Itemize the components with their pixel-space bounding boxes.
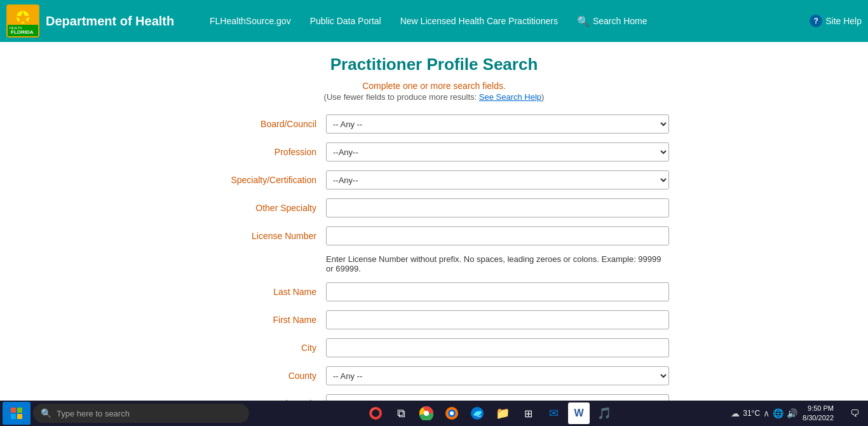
taskbar-email[interactable]: ✉ bbox=[543, 402, 564, 424]
last-name-row: Last Name bbox=[199, 282, 669, 301]
other-specialty-label: Other Specialty bbox=[199, 203, 326, 213]
first-name-input[interactable] bbox=[326, 310, 669, 329]
page-title: Practitioner Profile Search bbox=[199, 55, 669, 74]
nav-new-practitioners[interactable]: New Licensed Health Care Practitioners bbox=[400, 16, 558, 26]
county-label: County bbox=[199, 371, 326, 381]
license-number-row: License Number bbox=[199, 226, 669, 245]
taskbar: 🔍 Type here to search ⭕ ⧉ bbox=[0, 401, 868, 426]
specialty-select[interactable]: --Any-- bbox=[326, 170, 669, 189]
subtitle2-text: (Use fewer fields to produce more result… bbox=[324, 92, 479, 102]
taskbar-chrome[interactable] bbox=[416, 402, 437, 424]
date-display: 8/30/2022 bbox=[803, 413, 834, 423]
temp-display: 31°C bbox=[743, 409, 760, 418]
nav-search-home[interactable]: 🔍 Search Home bbox=[577, 15, 648, 27]
taskbar-word[interactable]: W bbox=[568, 402, 590, 424]
svg-point-12 bbox=[424, 411, 429, 416]
taskbar-app5[interactable]: ⊞ bbox=[517, 402, 539, 424]
subtitle2: (Use fewer fields to produce more result… bbox=[199, 92, 669, 102]
license-number-label: License Number bbox=[199, 231, 326, 241]
taskbar-taskview[interactable]: ⧉ bbox=[390, 402, 412, 424]
header: FLORIDA HEALTH Department of Health FLHe… bbox=[0, 0, 868, 42]
city-row: City bbox=[199, 338, 669, 357]
profession-label: Profession bbox=[199, 147, 326, 157]
nav-flhealthsource[interactable]: FLHealthSource.gov bbox=[210, 16, 291, 26]
taskbar-sys-icons: ☁ 31°C ∧ 🌐 🔊 bbox=[731, 408, 797, 418]
taskbar-app8[interactable]: 🎵 bbox=[593, 402, 615, 424]
nav-links: FLHealthSource.gov Public Data Portal Ne… bbox=[210, 15, 862, 27]
search-home-label: Search Home bbox=[593, 16, 648, 26]
license-note: Enter License Number without prefix. No … bbox=[326, 254, 669, 273]
other-specialty-input[interactable] bbox=[326, 198, 669, 217]
taskbar-right: ☁ 31°C ∧ 🌐 🔊 9:50 PM 8/30/2022 🗨 bbox=[731, 402, 865, 424]
zip-code-input[interactable] bbox=[326, 394, 669, 401]
svg-point-15 bbox=[450, 411, 454, 415]
form-container: Practitioner Profile Search Complete one… bbox=[186, 55, 682, 401]
svg-rect-9 bbox=[17, 414, 22, 419]
taskbar-search-icon: 🔍 bbox=[41, 408, 51, 418]
svg-rect-8 bbox=[11, 414, 16, 419]
profession-row: Profession --Any-- bbox=[199, 142, 669, 161]
zip-code-row: Zip Code bbox=[199, 394, 669, 401]
logo-block: FLORIDA HEALTH Department of Health bbox=[6, 4, 197, 38]
subtitle2-close: ) bbox=[541, 92, 544, 102]
nav-public-data[interactable]: Public Data Portal bbox=[310, 16, 381, 26]
county-row: County -- Any -- bbox=[199, 366, 669, 385]
taskbar-firefox[interactable] bbox=[441, 402, 463, 424]
taskbar-file-explorer[interactable]: 📁 bbox=[492, 402, 513, 424]
subtitle: Complete one or more search fields. bbox=[199, 81, 669, 91]
network-icon[interactable]: 🌐 bbox=[773, 408, 783, 418]
svg-rect-6 bbox=[11, 408, 16, 413]
taskbar-search-text: Type here to search bbox=[57, 409, 130, 418]
other-specialty-row: Other Specialty bbox=[199, 198, 669, 217]
license-number-input[interactable] bbox=[326, 226, 669, 245]
help-icon: ? bbox=[810, 15, 822, 27]
city-label: City bbox=[199, 343, 326, 353]
site-help-label: Site Help bbox=[825, 16, 862, 26]
specialty-label: Specialty/Certification bbox=[199, 175, 326, 185]
time-display: 9:50 PM bbox=[803, 404, 834, 413]
taskbar-edge[interactable] bbox=[466, 402, 488, 424]
taskbar-clock[interactable]: 9:50 PM 8/30/2022 bbox=[803, 404, 834, 423]
speaker-icon[interactable]: 🔊 bbox=[787, 408, 797, 418]
nav-site-help[interactable]: ? Site Help bbox=[810, 15, 862, 27]
see-search-help-link[interactable]: See Search Help bbox=[479, 92, 541, 102]
specialty-row: Specialty/Certification --Any-- bbox=[199, 170, 669, 189]
weather-icon: ☁ bbox=[731, 408, 740, 418]
city-input[interactable] bbox=[326, 338, 669, 357]
svg-rect-7 bbox=[17, 408, 22, 413]
search-icon: 🔍 bbox=[577, 15, 590, 27]
svg-text:FLORIDA: FLORIDA bbox=[11, 29, 34, 35]
dept-name: Department of Health bbox=[46, 14, 174, 29]
florida-health-logo: FLORIDA HEALTH bbox=[6, 4, 39, 38]
main-content: Practitioner Profile Search Complete one… bbox=[0, 42, 868, 401]
first-name-label: First Name bbox=[199, 315, 326, 325]
last-name-input[interactable] bbox=[326, 282, 669, 301]
board-select[interactable]: -- Any -- bbox=[326, 114, 669, 134]
county-select[interactable]: -- Any -- bbox=[326, 366, 669, 385]
svg-text:HEALTH: HEALTH bbox=[10, 26, 22, 30]
board-label: Board/Council bbox=[199, 119, 326, 129]
start-button[interactable] bbox=[3, 402, 31, 425]
first-name-row: First Name bbox=[199, 310, 669, 329]
taskbar-icons: ⭕ ⧉ bbox=[252, 402, 728, 424]
board-row: Board/Council -- Any -- bbox=[199, 114, 669, 134]
taskbar-search-box[interactable]: 🔍 Type here to search bbox=[33, 404, 249, 423]
chevron-up-icon[interactable]: ∧ bbox=[763, 408, 770, 418]
last-name-label: Last Name bbox=[199, 287, 326, 297]
notification-icon[interactable]: 🗨 bbox=[844, 402, 865, 424]
taskbar-cortana[interactable]: ⭕ bbox=[365, 402, 386, 424]
profession-select[interactable]: --Any-- bbox=[326, 142, 669, 161]
